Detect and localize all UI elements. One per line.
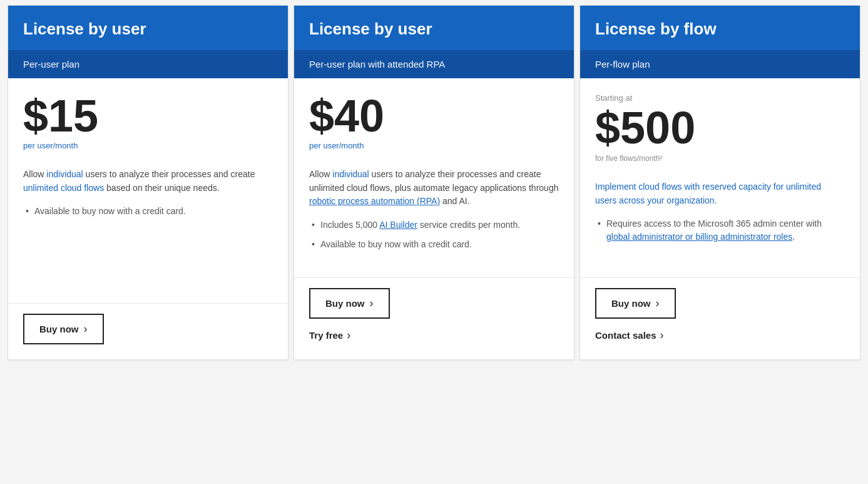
buy-now-button[interactable]: Buy now› xyxy=(23,314,104,344)
chevron-right-icon: › xyxy=(656,297,660,310)
buy-now-button[interactable]: Buy now› xyxy=(309,288,390,319)
card-subtitle: Per-flow plan xyxy=(580,50,860,78)
card-subtitle: Per-user plan xyxy=(8,50,288,78)
price-per: per user/month xyxy=(23,141,273,150)
card-footer: Buy now›Contact sales› xyxy=(580,277,860,359)
secondary-label: Contact sales xyxy=(595,330,656,341)
pricing-card-card-per-flow: License by flowPer-flow planStarting at$… xyxy=(580,5,860,360)
buy-now-label: Buy now xyxy=(611,298,651,309)
card-bullets: Requires access to the Microsoft 365 adm… xyxy=(595,217,845,250)
card-subtitle: Per-user plan with attended RPA xyxy=(294,50,574,78)
chevron-right-icon: › xyxy=(84,322,88,336)
card-header: License by userPer-user plan xyxy=(8,6,288,78)
card-footer: Buy now› xyxy=(8,303,288,359)
card-body: $40per user/monthAllow individual users … xyxy=(294,78,574,277)
try-free-button[interactable]: Try free› xyxy=(309,326,559,344)
card-title: License by flow xyxy=(595,19,845,50)
card-title: License by user xyxy=(23,19,273,50)
card-title: License by user xyxy=(309,19,559,50)
price-amount: $15 xyxy=(23,93,273,138)
card-body: Starting at$500for five flows/month²Impl… xyxy=(580,78,860,277)
bullet-item: Requires access to the Microsoft 365 adm… xyxy=(595,217,845,244)
card-description: Allow individual users to analyze their … xyxy=(309,168,559,209)
buy-now-label: Buy now xyxy=(325,298,365,309)
price-amount: $40 xyxy=(309,93,559,138)
chevron-right-icon: › xyxy=(660,329,664,342)
card-body: $15per user/monthAllow individual users … xyxy=(8,78,288,303)
chevron-right-icon: › xyxy=(347,329,350,342)
pricing-card-card-per-user: License by userPer-user plan$15per user/… xyxy=(8,5,288,360)
card-header: License by userPer-user plan with attend… xyxy=(294,6,574,78)
card-description: Allow individual users to analyze their … xyxy=(23,168,273,195)
secondary-label: Try free xyxy=(309,330,343,341)
card-bullets: Includes 5,000 AI Builder service credit… xyxy=(309,219,559,257)
bullet-item: Includes 5,000 AI Builder service credit… xyxy=(309,219,559,232)
price-note: for five flows/month² xyxy=(595,154,845,163)
card-description: Implement cloud flows with reserved capa… xyxy=(595,180,845,207)
bullet-item: Available to buy now with a credit card. xyxy=(23,205,273,218)
card-bullets: Available to buy now with a credit card. xyxy=(23,205,273,224)
bullet-item: Available to buy now with a credit card. xyxy=(309,238,559,251)
price-label: Starting at xyxy=(595,93,845,103)
pricing-cards: License by userPer-user plan$15per user/… xyxy=(5,5,863,360)
buy-now-button[interactable]: Buy now› xyxy=(595,288,676,319)
contact-sales-button[interactable]: Contact sales› xyxy=(595,326,845,344)
pricing-card-card-per-user-rpa: License by userPer-user plan with attend… xyxy=(294,5,574,360)
card-footer: Buy now›Try free› xyxy=(294,277,574,359)
chevron-right-icon: › xyxy=(370,297,374,310)
price-per: per user/month xyxy=(309,141,559,150)
card-header: License by flowPer-flow plan xyxy=(580,6,860,78)
buy-now-label: Buy now xyxy=(39,324,79,334)
price-amount: $500 xyxy=(595,105,845,150)
